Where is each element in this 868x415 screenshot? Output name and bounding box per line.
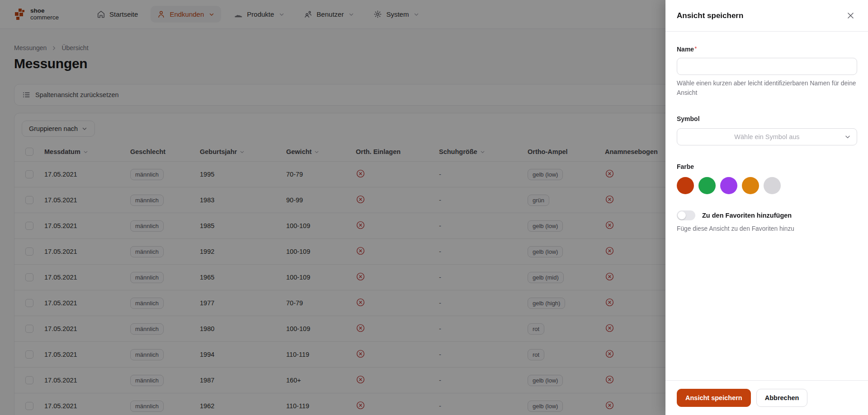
name-help-text: Wähle einen kurzen aber leicht identifiz… (677, 79, 857, 98)
required-mark: * (694, 45, 697, 52)
close-button[interactable] (844, 10, 856, 22)
color-swatch[interactable] (764, 177, 781, 194)
symbol-select[interactable]: Wähle ein Symbol aus (677, 128, 857, 145)
symbol-select-placeholder: Wähle ein Symbol aus (734, 133, 799, 140)
color-swatch[interactable] (720, 177, 737, 194)
favorite-toggle-row: Zu den Favoriten hinzufügen (677, 210, 857, 220)
favorite-help-text: Füge diese Ansicht zu den Favoriten hinz… (677, 225, 857, 232)
favorite-toggle-label: Zu den Favoriten hinzufügen (702, 212, 792, 219)
name-label: Name (677, 46, 694, 53)
color-label: Farbe (677, 163, 694, 170)
favorite-toggle[interactable] (677, 210, 695, 220)
color-swatches (677, 177, 857, 194)
cancel-button[interactable]: Abbrechen (756, 389, 808, 407)
name-field-group: Name* Wähle einen kurzen aber leicht ide… (677, 45, 857, 98)
close-icon (846, 11, 855, 20)
drawer-title: Ansicht speichern (677, 11, 743, 20)
drawer-footer: Ansicht speichern Abbrechen (665, 380, 868, 415)
view-name-input[interactable] (677, 58, 857, 75)
symbol-label: Symbol (677, 115, 700, 122)
color-swatch[interactable] (742, 177, 759, 194)
color-field-group: Farbe (677, 163, 857, 194)
drawer-body: Name* Wähle einen kurzen aber leicht ide… (665, 32, 868, 232)
drawer-header: Ansicht speichern (665, 0, 868, 32)
chevron-down-icon (844, 133, 851, 140)
toggle-knob (678, 211, 686, 219)
color-swatch[interactable] (677, 177, 694, 194)
color-swatch[interactable] (698, 177, 716, 194)
symbol-field-group: Symbol Wähle ein Symbol aus (677, 115, 857, 145)
save-view-drawer: Ansicht speichern Name* Wähle einen kurz… (665, 0, 868, 415)
save-view-button[interactable]: Ansicht speichern (677, 389, 751, 407)
